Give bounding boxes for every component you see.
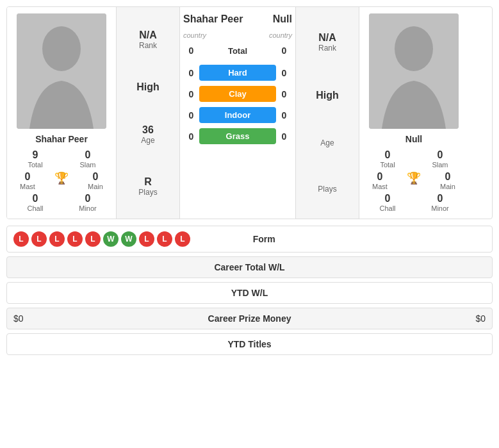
career-prize-row: $0 Career Prize Money $0	[6, 308, 493, 329]
trophy-row-right: 0 Mast 🏆 0 Main	[363, 171, 465, 190]
player-left-avatar	[17, 13, 106, 129]
stat-plays-left: R Plays	[120, 171, 176, 202]
stat-rank-left: N/A Rank	[120, 24, 176, 55]
stat-plays-right: Plays	[299, 179, 356, 199]
player-right: Null 0 Total 0 Slam 0 Mast 🏆	[359, 7, 468, 219]
stat-age-left: 36 Age	[120, 119, 176, 150]
stat-age-right: Age	[299, 133, 356, 153]
form-badge-w: W	[121, 231, 136, 247]
trophy-row-left: 0 Mast 🏆 0 Main	[10, 171, 113, 190]
trophy-icon-left: 🏆	[54, 171, 69, 190]
form-badges: LLLLLWWLLL	[13, 231, 190, 247]
form-badge-l: L	[175, 231, 190, 247]
flag-left: country	[183, 31, 206, 39]
player-right-stats2: 0 Chall 0 Minor	[363, 193, 465, 212]
form-badge-l: L	[139, 231, 154, 247]
stat-chall-right: 0 Chall	[363, 193, 413, 212]
hard-button[interactable]: Hard	[199, 65, 276, 81]
players-section: Shahar Peer 9 Total 0 Slam 0 Mast 🏆	[6, 6, 493, 219]
player-left-stats: 9 Total 0 Slam	[10, 149, 113, 169]
trophy-icon-right: 🏆	[407, 171, 421, 190]
indoor-button[interactable]: Indoor	[199, 107, 276, 123]
career-prize-left: $0	[13, 313, 171, 324]
stat-high-left: High	[120, 76, 176, 98]
player-right-name: Null	[405, 134, 422, 144]
center-right-stats: N/A Rank High Age Plays	[295, 7, 359, 219]
player-left: Shahar Peer 9 Total 0 Slam 0 Mast 🏆	[7, 7, 116, 219]
stat-minor-right: 0 Minor	[415, 193, 465, 212]
form-row: LLLLLWWLLL Form	[6, 226, 493, 253]
player-left-name-center: Shahar Peer	[183, 13, 243, 25]
surface-row-clay: 0 Clay 0	[183, 86, 292, 102]
form-badge-l: L	[157, 231, 172, 247]
flags-row: country country	[183, 31, 292, 39]
form-badge-w: W	[103, 231, 119, 247]
form-badge-l: L	[67, 231, 83, 247]
stat-total-left: 9 Total	[10, 149, 60, 169]
stat-mast-right: 0 Mast	[372, 171, 388, 190]
svg-point-1	[42, 26, 81, 71]
stat-total-right: 0 Total	[363, 149, 413, 169]
stat-chall-left: 0 Chall	[10, 193, 60, 212]
player-right-name-center: Null	[273, 13, 292, 25]
stat-slam-right: 0 Slam	[415, 149, 465, 169]
stat-mast-left: 0 Mast	[20, 171, 35, 190]
stat-main-right: 0 Main	[440, 171, 455, 190]
ytd-wl-label: YTD W/L	[13, 288, 486, 298]
ytd-titles-label: YTD Titles	[13, 339, 486, 349]
form-label: Form	[190, 234, 338, 244]
form-badge-l: L	[49, 231, 65, 247]
stat-high-right: High	[299, 85, 356, 106]
surface-row-grass: 0 Grass 0	[183, 128, 292, 144]
career-wl-row: Career Total W/L	[6, 256, 493, 278]
ytd-titles-row: YTD Titles	[6, 333, 493, 355]
career-prize-right: $0	[328, 313, 486, 324]
center-left-stats: N/A Rank High 36 Age R Plays	[116, 7, 180, 219]
player-right-stats: 0 Total 0 Slam	[363, 149, 465, 169]
surface-row-hard: 0 Hard 0	[183, 65, 292, 81]
grass-button[interactable]: Grass	[199, 128, 276, 144]
stat-rank-right: N/A Rank	[299, 27, 356, 58]
career-wl-label: Career Total W/L	[13, 262, 486, 272]
clay-button[interactable]: Clay	[199, 86, 276, 102]
player-left-name: Shahar Peer	[35, 134, 88, 144]
form-badge-l: L	[31, 231, 47, 247]
ytd-wl-row: YTD W/L	[6, 282, 493, 304]
surface-row-indoor: 0 Indoor 0	[183, 107, 292, 123]
stat-slam-left: 0 Slam	[63, 149, 113, 169]
svg-point-3	[395, 26, 433, 71]
player-names-row: Shahar Peer Null	[183, 13, 292, 25]
player-right-avatar	[369, 13, 459, 129]
player-left-stats2: 0 Chall 0 Minor	[10, 193, 113, 212]
flag-right: country	[269, 31, 292, 39]
form-badge-l: L	[85, 231, 101, 247]
total-row: 0 Total 0	[183, 46, 292, 56]
career-prize-label: Career Prize Money	[171, 313, 329, 324]
form-badge-l: L	[13, 231, 29, 247]
middle-section: Shahar Peer Null country country 0 Total…	[180, 7, 295, 219]
stat-minor-left: 0 Minor	[63, 193, 113, 212]
stat-main-left: 0 Main	[88, 171, 103, 190]
main-container: Shahar Peer 9 Total 0 Slam 0 Mast 🏆	[0, 0, 499, 365]
